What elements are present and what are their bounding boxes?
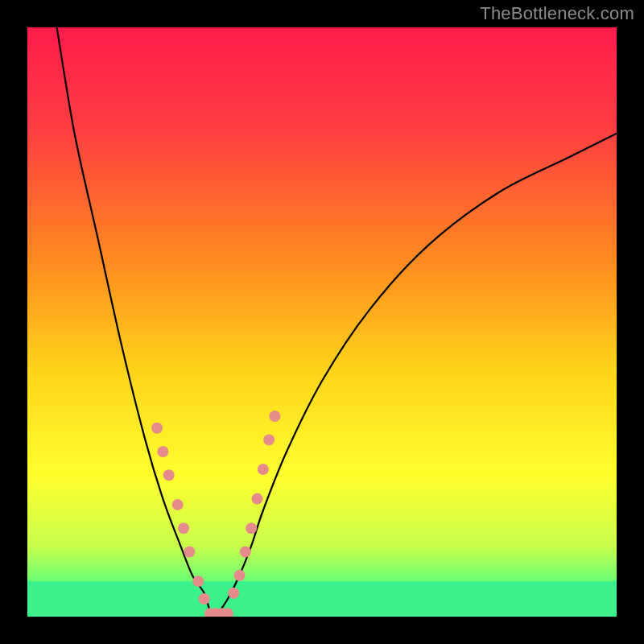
data-point-marker [269,411,280,422]
watermark-label: TheBottleneck.com [480,3,634,24]
chart-container: TheBottleneck.com [0,0,644,644]
data-point-marker [184,546,195,557]
data-point-marker [199,593,210,605]
plot-area [27,27,617,617]
data-point-marker [163,469,175,481]
data-point-marker [192,576,204,587]
data-point-marker [258,464,269,475]
data-point-marker [228,588,239,599]
data-point-marker [172,499,184,510]
chart-svg [27,27,617,617]
data-point-marker [234,570,246,581]
data-point-marker [151,423,163,434]
data-point-marker [240,546,251,557]
data-point-marker [251,493,262,505]
data-point-marker [178,522,189,534]
bottom-green-band [27,581,617,617]
data-point-marker [246,522,257,534]
data-point-marker [263,434,275,445]
data-point-marker [157,446,168,457]
